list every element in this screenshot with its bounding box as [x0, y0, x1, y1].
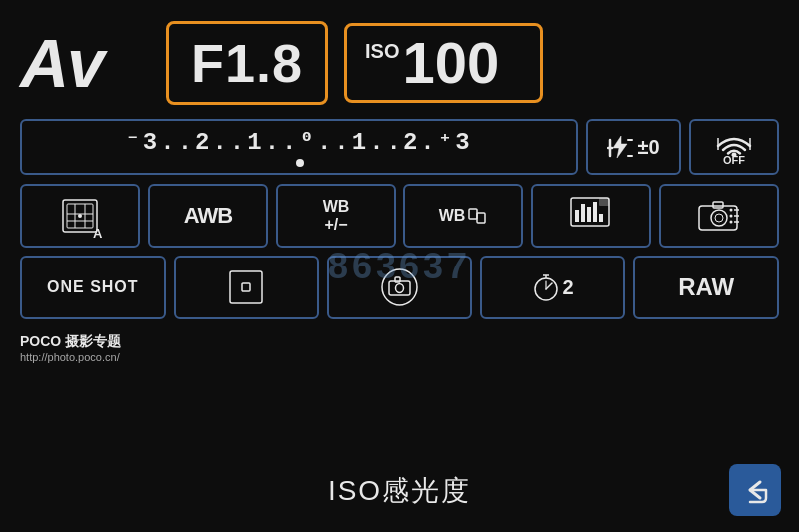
svg-rect-21 — [587, 207, 591, 222]
svg-rect-22 — [593, 202, 597, 222]
svg-marker-0 — [613, 136, 627, 158]
poco-logo: POCO 摄影专题 http://photo.poco.cn/ — [20, 333, 121, 363]
aperture-box[interactable]: F1.8 — [166, 21, 328, 105]
poco-url: http://photo.poco.cn/ — [20, 351, 121, 363]
picture-style-box[interactable] — [531, 184, 651, 248]
svg-point-31 — [730, 221, 733, 224]
live-view-shoot-box[interactable] — [327, 256, 472, 319]
camera-screen: 863637 Av F1.8 ISO 100 ⁻3..2..1..⁰..1..2… — [0, 0, 799, 532]
svg-rect-28 — [713, 202, 723, 208]
live-view-box[interactable] — [659, 184, 779, 248]
wifi-box[interactable]: OFF — [689, 119, 779, 175]
exposure-scale-box[interactable]: ⁻3..2..1..⁰..1..2.⁺3 — [20, 119, 578, 175]
picture-style-icon — [567, 194, 615, 238]
awb-text: AWB — [184, 203, 232, 229]
iso-label-bottom: ISO感光度 — [328, 472, 471, 510]
wb-bracket-icon — [467, 206, 487, 226]
row2-exposure: ⁻3..2..1..⁰..1..2.⁺3 ±0 — [20, 118, 779, 176]
row3-settings: A AWB WB +/− WB — [20, 184, 779, 248]
exposure-scale-text: ⁻3..2..1..⁰..1..2.⁺3 — [125, 127, 472, 156]
self-timer-value: 2 — [563, 276, 574, 299]
svg-rect-36 — [242, 283, 250, 291]
svg-rect-23 — [599, 214, 603, 222]
exposure-indicator — [296, 158, 304, 167]
svg-point-26 — [711, 210, 727, 226]
wb-shift-box[interactable]: WB +/− — [276, 184, 396, 248]
svg-rect-19 — [575, 210, 579, 222]
flash-comp-icon — [607, 134, 633, 160]
mode-label: Av — [20, 24, 150, 102]
iso-label: ISO — [365, 40, 399, 63]
svg-rect-20 — [581, 204, 585, 222]
back-button[interactable] — [729, 464, 781, 516]
svg-point-27 — [715, 214, 723, 222]
svg-point-14 — [78, 214, 82, 218]
wb-label: WB — [323, 198, 350, 216]
back-arrow-icon — [740, 476, 770, 504]
wb-shift-label: +/− — [324, 216, 347, 234]
svg-rect-35 — [230, 271, 262, 303]
svg-point-30 — [730, 215, 733, 218]
svg-rect-24 — [599, 198, 609, 206]
af-mode-text: ONE SHOT — [47, 278, 139, 296]
svg-point-39 — [395, 284, 403, 293]
af-mode-box[interactable]: ONE SHOT — [20, 256, 166, 319]
live-view-icon — [695, 194, 743, 238]
wifi-icon — [713, 128, 755, 156]
svg-rect-17 — [477, 213, 485, 223]
svg-text:A: A — [93, 226, 103, 238]
wifi-status: OFF — [723, 154, 745, 166]
svg-line-44 — [546, 283, 552, 289]
wb-bracket-label: WB — [439, 207, 466, 225]
bottom-row: POCO 摄影专题 http://photo.poco.cn/ — [20, 333, 779, 363]
format-text: RAW — [678, 273, 734, 301]
poco-brand: POCO 摄影专题 — [20, 333, 121, 351]
flash-comp-value: ±0 — [637, 136, 659, 159]
af-point-box[interactable] — [174, 256, 320, 319]
iso-value: 100 — [403, 34, 500, 92]
flash-comp-box[interactable]: ±0 — [586, 119, 681, 175]
self-timer-icon — [532, 271, 560, 303]
row1-header: Av F1.8 ISO 100 — [20, 18, 779, 108]
svg-rect-40 — [395, 277, 400, 282]
af-point-icon — [226, 267, 266, 307]
svg-point-37 — [382, 269, 417, 305]
iso-box[interactable]: ISO 100 — [344, 23, 543, 103]
format-box[interactable]: RAW — [633, 256, 779, 319]
metering-icon: A — [57, 194, 103, 238]
svg-point-29 — [730, 209, 733, 212]
svg-rect-16 — [469, 209, 477, 219]
row4-shooting: ONE SHOT — [20, 256, 779, 319]
awb-box[interactable]: AWB — [148, 184, 268, 248]
metering-box[interactable]: A — [20, 184, 140, 248]
live-view-shoot-icon — [379, 266, 420, 308]
wb-bracket-box[interactable]: WB — [403, 184, 523, 248]
self-timer-box[interactable]: 2 — [480, 256, 626, 319]
